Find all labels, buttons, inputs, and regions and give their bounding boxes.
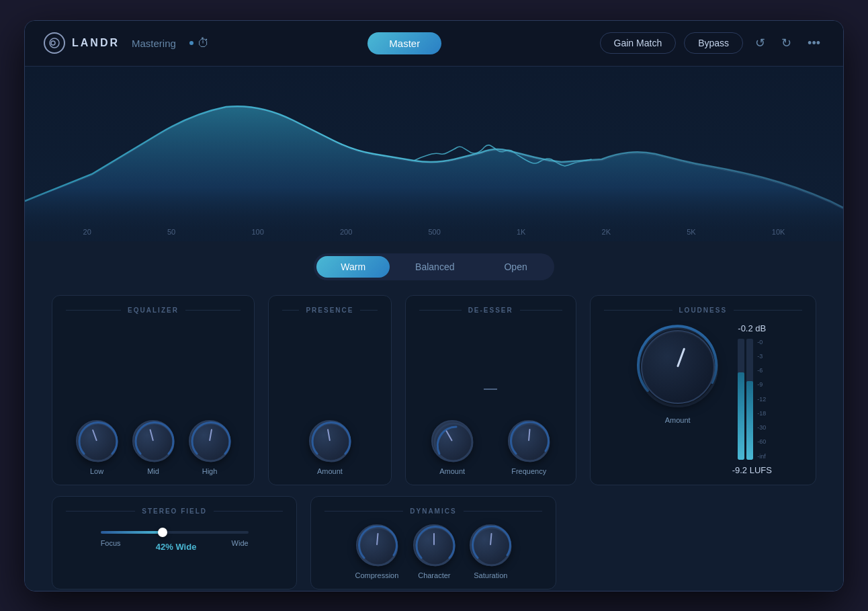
eq-low-group: Low <box>76 420 118 475</box>
stereo-line-right <box>214 511 283 512</box>
stereo-slider-fill <box>101 531 163 534</box>
deesser-knobs-row: Amount Frequency <box>431 323 550 475</box>
loudness-line-right <box>734 310 802 311</box>
eq-mid-label: Mid <box>147 467 159 475</box>
stereo-focus-label: Focus <box>101 539 121 552</box>
logo-area: LANDR Mastering <box>44 32 176 54</box>
deesser-line-right <box>520 310 562 311</box>
gain-match-button[interactable]: Gain Match <box>600 32 677 54</box>
loudness-section: LOUDNESS Am <box>590 295 816 485</box>
freq-5k: 5K <box>687 228 695 236</box>
loudness-title-row: LOUDNESS <box>604 307 802 314</box>
eq-low-knob[interactable] <box>76 420 118 462</box>
presence-amount-group: Amount <box>309 420 351 475</box>
freq-500: 500 <box>428 228 440 236</box>
stereo-section: STEREO FIELD Focus 42% Wide Wide <box>52 496 297 589</box>
svg-point-1 <box>51 41 55 45</box>
presence-line-right <box>360 310 377 311</box>
vu-label-18: -18 <box>757 410 766 417</box>
vu-label-6: -6 <box>757 367 766 374</box>
loudness-amount-label: Amount <box>665 416 691 424</box>
freq-50: 50 <box>167 228 175 236</box>
tab-open[interactable]: Open <box>480 256 551 278</box>
loudness-large-knob[interactable] <box>641 330 715 404</box>
presence-knobs-row: Amount <box>309 323 351 475</box>
dynamics-compression-label: Compression <box>355 571 399 579</box>
style-tab-container: Warm Balanced Open <box>314 253 554 280</box>
logo-text: LANDR <box>72 37 120 49</box>
dynamics-saturation-knob[interactable] <box>470 524 511 566</box>
eq-line-right <box>185 310 241 311</box>
loudness-title: LOUDNESS <box>679 307 728 314</box>
tab-balanced[interactable]: Balanced <box>391 256 478 278</box>
vu-bar-right <box>746 339 753 460</box>
vu-label-0: -0 <box>757 339 766 345</box>
plugin-window: LANDR Mastering ⏱ Master Gain Match Bypa… <box>24 20 844 592</box>
deesser-freq-group: Frequency <box>508 420 550 475</box>
master-button[interactable]: Master <box>367 32 441 54</box>
vu-labels: -0 -3 -6 -9 -12 -18 -30 -60 -inf <box>757 339 766 460</box>
timer-icon: ⏱ <box>198 36 210 50</box>
freq-1k: 1K <box>517 228 525 236</box>
eq-low-label: Low <box>90 467 103 475</box>
redo-button[interactable]: ↻ <box>777 33 795 53</box>
vu-label-3: -3 <box>757 353 766 360</box>
presence-title: PRESENCE <box>306 307 353 314</box>
eq-high-group: High <box>189 420 230 475</box>
stereo-wide-label: Wide <box>232 539 249 552</box>
dynamics-title-row: DYNAMICS <box>324 507 541 515</box>
lufs-value: -9.2 LUFS <box>732 465 772 475</box>
stereo-slider-track <box>101 531 249 534</box>
bottom-sections-row: STEREO FIELD Focus 42% Wide Wide <box>52 496 816 589</box>
dynamics-saturation-group: Saturation <box>470 524 511 579</box>
stereo-value: 42% Wide <box>156 542 197 552</box>
eq-high-knob[interactable] <box>189 420 230 462</box>
loudness-knob-wrapper <box>634 323 722 411</box>
tab-warm[interactable]: Warm <box>316 256 390 278</box>
deesser-title: DE-ESSER <box>468 307 513 314</box>
dynamics-character-label: Character <box>418 571 450 579</box>
vu-label-inf: -inf <box>757 453 766 460</box>
vu-bar-container <box>738 339 753 460</box>
controls-area: Warm Balanced Open EQUALIZER <box>25 241 843 592</box>
vu-label-9: -9 <box>757 381 766 388</box>
equalizer-section: EQUALIZER Low <box>52 295 255 485</box>
presence-line-left <box>282 310 299 311</box>
freq-2k: 2K <box>602 228 611 236</box>
dynamics-character-knob[interactable] <box>413 524 455 566</box>
equalizer-title: EQUALIZER <box>128 307 179 314</box>
presence-section: PRESENCE Amount <box>268 295 392 485</box>
presence-amount-knob[interactable] <box>309 420 351 462</box>
timer-dot <box>189 41 193 45</box>
undo-button[interactable]: ↺ <box>751 33 769 53</box>
vu-db-value: -0.2 dB <box>738 323 766 333</box>
vu-label-30: -30 <box>757 424 766 431</box>
deesser-freq-knob[interactable] <box>508 420 550 462</box>
freq-200: 200 <box>340 228 352 236</box>
freq-100: 100 <box>251 228 263 236</box>
eq-mid-knob[interactable] <box>132 420 174 462</box>
svg-point-6 <box>435 423 472 461</box>
stereo-slider-thumb[interactable] <box>158 528 167 537</box>
vu-meter: -0.2 dB -0 <box>732 323 772 475</box>
bypass-button[interactable]: Bypass <box>684 32 743 54</box>
timer-area: ⏱ <box>189 36 210 50</box>
freq-10k: 10K <box>772 228 785 236</box>
header-center: Master <box>210 32 600 54</box>
stereo-slider-container: Focus 42% Wide Wide <box>66 524 283 559</box>
eq-knobs-row: Low Mid <box>76 323 230 475</box>
dynamics-compression-group: Compression <box>355 524 399 579</box>
deesser-freq-label: Frequency <box>511 467 546 475</box>
equalizer-title-row: EQUALIZER <box>66 307 241 314</box>
deesser-amount-knob[interactable] <box>431 420 473 462</box>
loudness-knob-area: Amount <box>634 323 722 424</box>
stereo-slider-labels: Focus 42% Wide Wide <box>101 539 249 552</box>
presence-amount-label: Amount <box>317 467 343 475</box>
deesser-line-left <box>419 310 462 311</box>
spectrum-area: 20 50 100 200 500 1K 2K 5K 10K <box>25 67 843 241</box>
top-sections-row: EQUALIZER Low <box>52 295 816 485</box>
more-button[interactable]: ••• <box>804 34 824 53</box>
dynamics-compression-knob[interactable] <box>356 524 398 566</box>
mastering-text: Mastering <box>132 38 176 49</box>
style-tabs: Warm Balanced Open <box>52 241 816 295</box>
